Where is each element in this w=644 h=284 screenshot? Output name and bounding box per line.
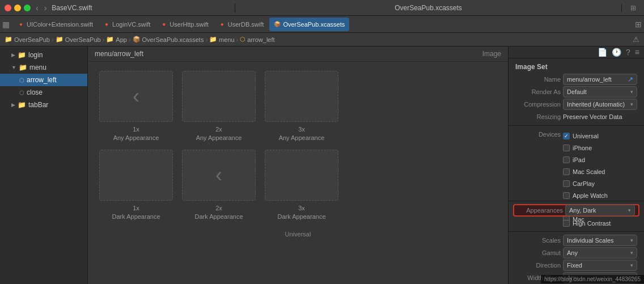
compression-label: Compression: [515, 101, 561, 108]
gamut-select[interactable]: Any ▾: [563, 247, 637, 258]
name-action-icon[interactable]: ↗: [628, 75, 633, 83]
universal-label-text: Universal: [573, 133, 599, 139]
name-input[interactable]: menu/arrow_left ↗: [563, 74, 637, 85]
sidebar-item-close[interactable]: ⬡ close: [0, 86, 87, 99]
forward-button[interactable]: ›: [43, 3, 49, 12]
appearances-select[interactable]: Any, Dark ▾: [565, 205, 635, 216]
cell-label-1x-any: 1x Any Appearance: [113, 125, 159, 143]
cell-label-2x-any: 2x Any Appearance: [196, 125, 242, 143]
folder-icon-tabbar: 📁: [18, 101, 26, 109]
cell-label-2x-dark: 2x Dark Appearance: [195, 204, 243, 222]
collapse-arrow-tabbar: ▶: [11, 102, 15, 108]
breadcrumb-item-5[interactable]: arrow_left: [247, 36, 274, 43]
chevron-down-icon: ▾: [630, 89, 633, 95]
macscaled-checkbox[interactable]: [563, 168, 570, 175]
breadcrumb-sep-5: ›: [236, 36, 239, 43]
devices-label: Devices: [515, 130, 561, 138]
image-row-2: 1x Dark Appearance ‹ 2x Dark Appearance: [99, 150, 497, 222]
file-icon[interactable]: 📄: [598, 48, 607, 57]
expand-arrow: ▼: [11, 65, 16, 70]
arrow-left-dark-icon: ‹: [215, 163, 222, 187]
direction-select[interactable]: Fixed ▾: [563, 260, 637, 271]
help-icon[interactable]: ?: [626, 48, 630, 57]
inspector-row-renderas: Render As Default ▾: [509, 86, 644, 98]
sidebar-label-tabbar: tabBar: [28, 101, 48, 109]
ipad-checkbox[interactable]: [563, 156, 570, 163]
sidebar-item-arrow-left[interactable]: ⬡ arrow_left: [0, 74, 87, 86]
image-box-2x-dark[interactable]: ‹: [182, 150, 256, 201]
device-universal: Universal: [563, 130, 615, 142]
image-cell-2x-dark: ‹ 2x Dark Appearance: [182, 150, 256, 222]
image-box-1x-any[interactable]: ‹: [99, 71, 173, 122]
high-contrast-checkbox[interactable]: [563, 220, 570, 227]
image-box-1x-dark[interactable]: [99, 150, 173, 201]
sidebar-label-login: login: [28, 51, 43, 59]
swift-icon: ●: [18, 21, 24, 28]
swift-icon: ●: [219, 21, 226, 28]
back-button[interactable]: ‹: [34, 3, 40, 12]
arrow-left-icon: ‹: [133, 84, 139, 108]
applewatch-label: Apple Watch: [573, 192, 608, 199]
maximize-button[interactable]: [24, 5, 31, 11]
asset-icon-arrow: ⬡: [19, 77, 24, 83]
breadcrumb-item-3[interactable]: OverSeaPub.xcassets: [142, 36, 204, 43]
clock-icon[interactable]: 🕐: [612, 48, 621, 57]
inspector-row-appearances: Appearances Any, Dark ▾: [513, 204, 639, 217]
image-cell-1x-dark: 1x Dark Appearance: [99, 150, 173, 222]
divider-3: [509, 231, 644, 232]
image-cell-3x-any: 3x Any Appearance: [265, 71, 338, 143]
device-iphone: iPhone: [563, 142, 615, 154]
cell-label-3x-any: 3x Any Appearance: [279, 125, 325, 143]
tab-uicolor[interactable]: ● UIColor+Extension.swift: [13, 18, 98, 31]
grid-icon[interactable]: ▦: [2, 20, 10, 29]
minimize-button[interactable]: [14, 5, 21, 11]
carplay-checkbox[interactable]: [563, 180, 570, 187]
iphone-checkbox[interactable]: [563, 145, 570, 151]
menu-icon[interactable]: ≡: [635, 48, 639, 57]
sidebar-item-menu[interactable]: ▼ 📁 menu: [0, 61, 87, 74]
tab-userdb[interactable]: ● UserDB.swift: [214, 18, 269, 31]
inspector-toolbar: 📄 🕐 ? ≡: [509, 46, 644, 58]
breadcrumb-item-1[interactable]: OverSeaPub: [65, 36, 101, 43]
image-grid: ‹ 1x Any Appearance 2x Any Appearance: [88, 62, 508, 284]
breadcrumb-item-4[interactable]: menu: [219, 36, 235, 43]
tab-xcassets[interactable]: 📦 OverSeaPub.xcassets: [269, 18, 349, 31]
sidebar-item-tabbar[interactable]: ▶ 📁 tabBar: [0, 99, 87, 111]
inspector-row-compression: Compression Inherited (Automatic) ▾: [509, 98, 644, 111]
warning-icon: ⚠: [633, 35, 639, 44]
image-box-3x-dark[interactable]: [265, 150, 338, 201]
device-carplay: CarPlay: [563, 178, 615, 189]
cell-label-3x-dark: 3x Dark Appearance: [278, 204, 326, 222]
close-button[interactable]: [5, 5, 11, 11]
asset-icon: ⬡: [240, 36, 245, 43]
renderas-select[interactable]: Default ▾: [563, 86, 637, 98]
image-box-2x-any[interactable]: [182, 71, 256, 122]
folder-icon: 📁: [5, 36, 12, 43]
image-box-3x-any[interactable]: [265, 71, 338, 122]
tabs-bar: ▦ ● UIColor+Extension.swift ● LoginVC.sw…: [0, 16, 644, 33]
image-cell-3x-dark: 3x Dark Appearance: [265, 150, 338, 222]
compression-select[interactable]: Inherited (Automatic) ▾: [563, 99, 637, 110]
breadcrumb-sep-3: ›: [129, 36, 131, 43]
applewatch-checkbox[interactable]: [563, 192, 570, 199]
sidebar-label-close: close: [27, 88, 43, 96]
inspector-row-resizing: Resizing Preserve Vector Data: [509, 111, 644, 123]
iphone-label: iPhone: [573, 145, 592, 151]
add-tab-button[interactable]: ⊞: [635, 20, 642, 29]
swift-icon: ●: [160, 21, 167, 28]
breadcrumb-item-2[interactable]: App: [116, 36, 127, 43]
main-layout: ▶ 📁 login ▼ 📁 menu ⬡ arrow_left ⬡ close …: [0, 46, 644, 284]
breadcrumb-item-0[interactable]: OverSeaPub: [14, 36, 50, 43]
sidebar-item-login[interactable]: ▶ 📁 login: [0, 49, 87, 61]
tab-userhttp[interactable]: ● UserHttp.swift: [156, 18, 213, 31]
breadcrumb-sep-2: ›: [103, 36, 105, 43]
universal-checkbox[interactable]: [563, 133, 570, 139]
swift-icon: ●: [103, 21, 110, 28]
title-bar-left: ‹ › BaseVC.swift: [0, 3, 235, 12]
tab-loginvc[interactable]: ● LoginVC.swift: [99, 18, 155, 31]
split-icon[interactable]: ⊞: [630, 4, 636, 12]
traffic-lights: [5, 5, 31, 11]
scales-select[interactable]: Individual Scales ▾: [563, 235, 637, 246]
chevron-down-icon-3: ▾: [628, 207, 631, 213]
left-title: BaseVC.swift: [52, 4, 92, 12]
